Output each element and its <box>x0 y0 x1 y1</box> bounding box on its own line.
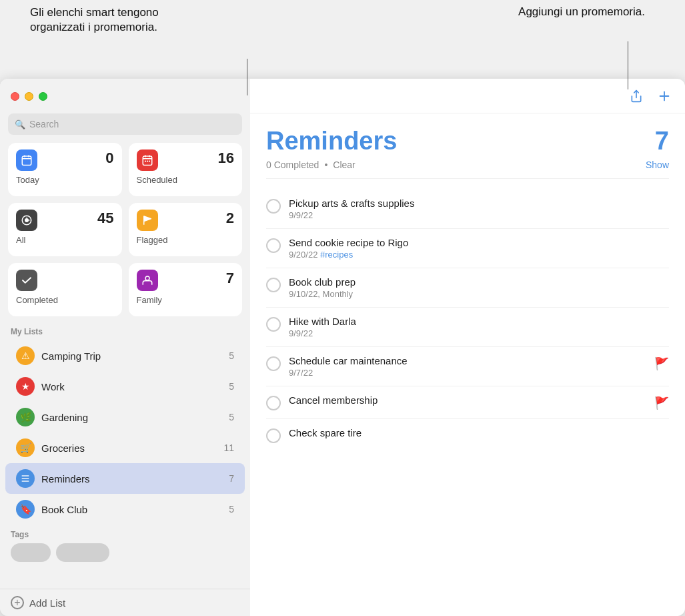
completed-bar: 0 Completed • Clear Show <box>266 160 669 179</box>
callout-left-text: Gli elenchi smart tengonoorganizzati i p… <box>30 5 159 35</box>
reminder-item-4: Hike with Darla9/9/22 <box>266 308 669 347</box>
reminder-circle-5[interactable] <box>266 356 281 371</box>
list-item-groceries[interactable]: 🛒 Groceries 11 <box>5 432 245 463</box>
close-button[interactable] <box>11 92 19 101</box>
add-list-label: Add List <box>29 597 65 609</box>
reminder-text-5: Schedule car maintenance9/7/22 <box>289 355 646 378</box>
reminder-item-7: Check spare tire <box>266 419 669 451</box>
all-label: All <box>16 235 114 245</box>
reminders-title: Reminders <box>266 127 397 156</box>
reminder-item-6: Cancel membership🚩 <box>266 386 669 419</box>
main-toolbar <box>250 79 685 113</box>
tags-row <box>11 543 239 562</box>
reminder-text-2: Send cookie recipe to Rigo9/20/22 #recip… <box>289 237 669 260</box>
reminder-text-4: Hike with Darla9/9/22 <box>289 316 669 338</box>
smart-card-completed[interactable]: Completed <box>8 263 122 316</box>
reminder-flag-6: 🚩 <box>654 396 669 410</box>
today-count: 0 <box>105 149 113 167</box>
groceries-count: 11 <box>223 442 234 453</box>
smart-lists-grid: Today 0 Scheduled 16 All 45 <box>0 143 250 324</box>
list-item-work[interactable]: ★ Work 5 <box>5 371 245 402</box>
reminder-text-3: Book club prep9/10/22, Monthly <box>289 276 669 299</box>
family-count: 7 <box>226 270 234 287</box>
smart-card-flagged[interactable]: Flagged 2 <box>129 203 243 256</box>
reminder-circle-4[interactable] <box>266 317 281 332</box>
reminders-name: Reminders <box>41 473 222 485</box>
reminder-circle-7[interactable] <box>266 428 281 443</box>
callout-right-text: Aggiungi un promemoria. <box>518 5 645 19</box>
search-placeholder: Search <box>29 119 59 129</box>
reminder-item-3: Book club prep9/10/22, Monthly <box>266 268 669 308</box>
tag-pill-2[interactable] <box>56 543 109 562</box>
completed-count-text: 0 Completed <box>266 160 319 170</box>
completed-icon <box>16 270 37 291</box>
reminder-text-1: Pickup arts & crafts supplies9/9/22 <box>289 198 669 220</box>
reminder-title-2: Send cookie recipe to Rigo <box>289 237 669 248</box>
minimize-button[interactable] <box>25 92 33 101</box>
groceries-name: Groceries <box>41 442 217 454</box>
app-window: 🔍 Search Today 0 Scheduled 16 <box>0 79 685 616</box>
reminders-header: Reminders 7 <box>266 127 669 156</box>
reminder-text-7: Check spare tire <box>289 427 669 440</box>
reminder-date-5: 9/7/22 <box>289 368 646 378</box>
maximize-button[interactable] <box>39 92 47 101</box>
gardening-name: Gardening <box>41 412 222 423</box>
scheduled-count: 16 <box>218 149 234 167</box>
camping-name: Camping Trip <box>41 350 222 362</box>
gardening-icon: 🌿 <box>16 408 35 426</box>
reminder-date-4: 9/9/22 <box>289 328 669 338</box>
list-item-gardening[interactable]: 🌿 Gardening 5 <box>5 402 245 432</box>
smart-card-family[interactable]: Family 7 <box>129 263 243 316</box>
reminder-item-1: Pickup arts & crafts supplies9/9/22 <box>266 190 669 229</box>
reminders-list: Pickup arts & crafts supplies9/9/22Send … <box>266 190 669 451</box>
today-icon <box>16 149 37 171</box>
search-icon: 🔍 <box>15 119 25 129</box>
svg-rect-0 <box>22 156 31 166</box>
search-bar[interactable]: 🔍 Search <box>8 113 242 135</box>
reminders-count: 7 <box>655 127 669 156</box>
show-button[interactable]: Show <box>646 160 669 170</box>
smart-card-scheduled[interactable]: Scheduled 16 <box>129 143 243 196</box>
reminder-date-1: 9/9/22 <box>289 210 669 220</box>
reminder-item-2: Send cookie recipe to Rigo9/20/22 #recip… <box>266 229 669 268</box>
reminder-date-2: 9/20/22 #recipes <box>289 250 669 260</box>
scheduled-icon <box>137 149 158 171</box>
smart-card-today[interactable]: Today 0 <box>8 143 122 196</box>
gardening-count: 5 <box>229 412 234 422</box>
add-list-button[interactable]: + Add List <box>0 589 250 616</box>
list-item-bookclub[interactable]: 🔖 Book Club 5 <box>5 494 245 525</box>
bookclub-icon: 🔖 <box>16 500 35 519</box>
share-button[interactable] <box>626 86 646 106</box>
reminder-tag-2[interactable]: #recipes <box>320 250 353 260</box>
camping-count: 5 <box>229 350 234 361</box>
bookclub-name: Book Club <box>41 504 222 515</box>
list-item-camping[interactable]: ⚠ Camping Trip 5 <box>5 340 245 371</box>
main-content: Reminders 7 0 Completed • Clear Show Pic… <box>250 79 685 616</box>
svg-point-13 <box>145 276 149 280</box>
groceries-icon: 🛒 <box>16 438 35 457</box>
today-label: Today <box>16 175 114 185</box>
add-list-icon: + <box>11 596 24 609</box>
reminder-title-1: Pickup arts & crafts supplies <box>289 198 669 209</box>
sidebar: 🔍 Search Today 0 Scheduled 16 <box>0 79 250 616</box>
reminder-title-4: Hike with Darla <box>289 316 669 327</box>
reminder-item-5: Schedule car maintenance9/7/22🚩 <box>266 347 669 386</box>
reminder-circle-2[interactable] <box>266 238 281 253</box>
clear-button[interactable]: Clear <box>333 160 355 170</box>
reminder-circle-3[interactable] <box>266 278 281 292</box>
reminder-circle-6[interactable] <box>266 396 281 410</box>
titlebar <box>0 79 250 113</box>
svg-point-8 <box>144 160 145 162</box>
reminder-text-6: Cancel membership <box>289 394 646 407</box>
work-count: 5 <box>229 381 234 392</box>
main-body: Reminders 7 0 Completed • Clear Show Pic… <box>250 113 685 616</box>
tag-pill-1[interactable] <box>11 543 51 562</box>
smart-card-all[interactable]: All 45 <box>8 203 122 256</box>
my-lists-section: My Lists ⚠ Camping Trip 5 ★ Work 5 🌿 Gar… <box>0 324 250 586</box>
reminder-flag-5: 🚩 <box>654 356 669 371</box>
add-reminder-button[interactable] <box>654 86 674 106</box>
reminders-icon <box>16 469 35 488</box>
reminder-circle-1[interactable] <box>266 199 281 214</box>
list-item-reminders[interactable]: Reminders 7 <box>5 463 245 494</box>
reminder-title-7: Check spare tire <box>289 427 669 438</box>
